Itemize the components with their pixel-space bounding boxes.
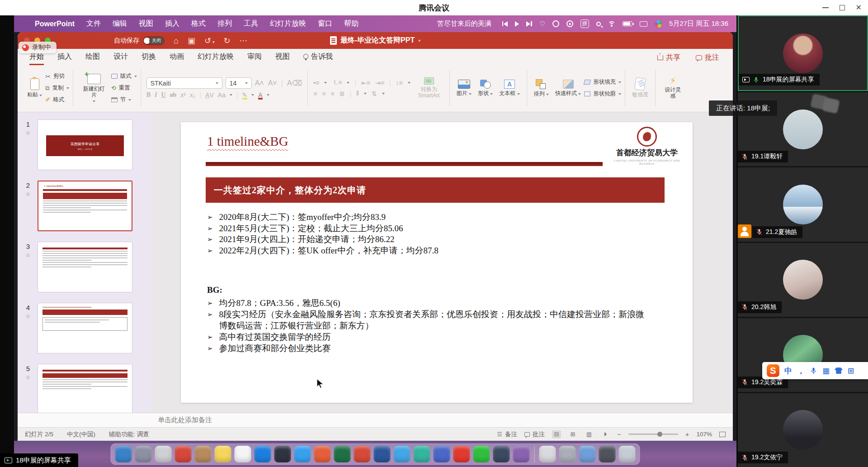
- zoom-slider-thumb[interactable]: [657, 432, 662, 437]
- participant-tile[interactable]: 19.2吴奕霖: [738, 318, 868, 392]
- dock-icon[interactable]: [513, 446, 530, 462]
- zoom-in-button[interactable]: +: [685, 430, 689, 438]
- dock-icon[interactable]: [255, 446, 271, 462]
- accessibility-indicator[interactable]: 辅助功能: 调查: [109, 430, 149, 438]
- play-icon[interactable]: [515, 21, 519, 27]
- slide-banner[interactable]: 一共签过2家中介，整体分为2次申请: [206, 177, 665, 203]
- reading-view-button[interactable]: ▥: [585, 430, 594, 438]
- dock-icon[interactable]: [135, 446, 152, 462]
- bold-button[interactable]: B: [146, 91, 151, 99]
- tab-design[interactable]: 设计: [113, 49, 128, 65]
- slide-3-thumbnail[interactable]: [38, 242, 132, 292]
- tab-view[interactable]: 视图: [275, 49, 290, 65]
- slide-1-thumbnail[interactable]: 英国留学申请分享答辩人：1804申展: [38, 119, 132, 170]
- new-slide-button[interactable]: 新建幻灯片: [77, 68, 111, 108]
- quick-styles-button[interactable]: 快速样式: [552, 68, 584, 108]
- redo-icon[interactable]: ↻: [224, 37, 231, 45]
- menu-file[interactable]: 文件: [86, 19, 101, 29]
- dock-icon[interactable]: [235, 446, 251, 462]
- music-app-icon[interactable]: [552, 20, 559, 27]
- strikethrough-button[interactable]: ab: [170, 91, 177, 99]
- dock-icon[interactable]: [274, 446, 291, 462]
- title-caret-icon[interactable]: ▾: [418, 38, 420, 43]
- autosave-control[interactable]: 自动保存 关闭: [114, 36, 165, 45]
- maximize-button[interactable]: [840, 5, 845, 10]
- shapes-button[interactable]: 形状: [475, 68, 496, 108]
- dock-icon[interactable]: [473, 446, 490, 462]
- arrange-button[interactable]: 排列: [531, 68, 552, 108]
- notes-area[interactable]: 单击此处添加备注: [18, 413, 733, 427]
- font-color-button[interactable]: A: [258, 91, 262, 99]
- justify-button[interactable]: ≣: [340, 90, 345, 97]
- tab-slideshow[interactable]: 幻灯片放映: [198, 49, 234, 65]
- thumbnail-row-4[interactable]: 4☆: [21, 303, 149, 353]
- dock-icon[interactable]: [334, 446, 351, 462]
- italic-button[interactable]: I: [155, 91, 157, 99]
- ime-mic-icon[interactable]: [810, 367, 817, 375]
- close-button[interactable]: ✕: [856, 4, 862, 11]
- thumbnail-row-5[interactable]: 5☆: [21, 364, 149, 413]
- menu-format[interactable]: 格式: [191, 19, 206, 29]
- dock-icon[interactable]: [155, 446, 172, 462]
- trash-icon[interactable]: [619, 446, 636, 462]
- copy-button[interactable]: ⧉复制: [45, 83, 69, 93]
- menu-tools[interactable]: 工具: [244, 19, 258, 29]
- dock-icon[interactable]: [414, 446, 430, 462]
- dock-icon[interactable]: [374, 446, 391, 462]
- favorite-icon[interactable]: ♡: [539, 20, 545, 28]
- dock-icon[interactable]: [215, 446, 231, 462]
- wifi-icon[interactable]: [608, 21, 615, 27]
- control-center-icon[interactable]: [655, 20, 662, 28]
- participant-tile[interactable]: 20.2韩旭: [738, 243, 868, 317]
- layout-button[interactable]: 版式: [111, 71, 137, 81]
- dock-icon[interactable]: [453, 446, 470, 462]
- font-name-select[interactable]: STKaiti: [146, 77, 222, 89]
- zoom-out-button[interactable]: −: [617, 430, 621, 438]
- increase-indent-button[interactable]: ⇥≡: [375, 79, 384, 86]
- picture-button[interactable]: 图片: [453, 68, 475, 108]
- menubar-clock[interactable]: 5月27日 周五 18:36: [669, 19, 728, 28]
- display-icon[interactable]: [640, 21, 647, 27]
- ime-keyboard-icon[interactable]: ▦: [822, 366, 830, 376]
- more-commands-icon[interactable]: ⋯: [240, 37, 248, 45]
- fit-slide-button[interactable]: [719, 432, 726, 437]
- menu-arrange[interactable]: 排列: [217, 19, 232, 29]
- menu-slideshow[interactable]: 幻灯片放映: [270, 19, 306, 29]
- current-slide[interactable]: 1 timeline&BG 首都经济贸易大学 CAPITAL UNIVERSIT…: [181, 122, 693, 403]
- slide-title[interactable]: 1 timeline&BG: [207, 134, 288, 149]
- autosave-toggle[interactable]: 关闭: [143, 36, 165, 45]
- textbox-button[interactable]: A 文本框: [496, 68, 523, 108]
- participant-tile[interactable]: 21.2夏驰皓 S 中 ， ▦ ⊞: [738, 167, 868, 241]
- superscript-button[interactable]: x²: [180, 91, 186, 99]
- dock-icon[interactable]: [599, 446, 616, 462]
- ime-skin-icon[interactable]: [835, 367, 843, 374]
- ime-punctuation-icon[interactable]: ，: [797, 366, 805, 376]
- menu-window[interactable]: 窗口: [318, 19, 332, 29]
- sogou-logo-icon[interactable]: S: [767, 364, 779, 377]
- text-direction-button[interactable]: ⇅: [372, 90, 377, 97]
- zoom-slider[interactable]: [628, 434, 678, 435]
- play-circle-icon[interactable]: [566, 20, 573, 27]
- paste-button[interactable]: 粘贴: [24, 68, 45, 108]
- menu-help[interactable]: 帮助: [344, 19, 359, 29]
- numbering-button[interactable]: ⒈≡: [332, 79, 342, 87]
- shape-outline-button[interactable]: 形状轮廓: [584, 89, 621, 99]
- minimize-button[interactable]: [822, 7, 829, 8]
- columns-button[interactable]: ⫴: [356, 90, 359, 97]
- slide-4-thumbnail[interactable]: [38, 303, 132, 353]
- participant-tile[interactable]: 19.2文依宁: [738, 393, 868, 467]
- bg-section-label[interactable]: BG:: [207, 285, 222, 295]
- dock-icon[interactable]: [394, 446, 410, 462]
- line-spacing-button[interactable]: ↕≡: [396, 79, 402, 86]
- align-left-button[interactable]: ≡: [313, 90, 317, 97]
- underline-button[interactable]: U: [161, 91, 165, 99]
- dock-icon[interactable]: [175, 446, 192, 462]
- input-method-icon[interactable]: 拼: [580, 19, 589, 28]
- spotlight-search-icon[interactable]: [596, 22, 601, 26]
- dock-icon[interactable]: [294, 446, 311, 462]
- dock-icon[interactable]: [115, 446, 132, 462]
- dock-icon[interactable]: [314, 446, 331, 462]
- home-icon[interactable]: ⌂: [174, 37, 179, 45]
- sensitivity-button[interactable]: 敏感度: [629, 68, 651, 108]
- tab-transitions[interactable]: 切换: [142, 49, 156, 65]
